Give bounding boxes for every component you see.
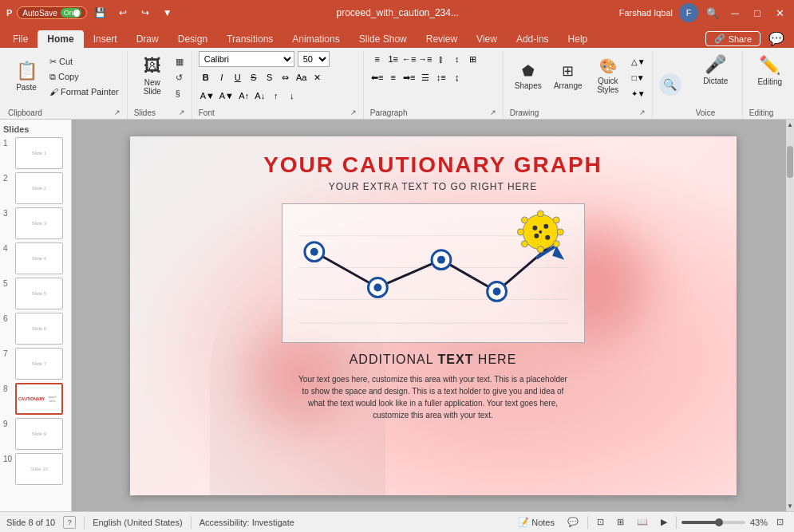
layout-button[interactable]: ▦: [172, 54, 187, 69]
font-size-dn2-button[interactable]: ↓: [285, 89, 299, 103]
normal-view-button[interactable]: ⊡: [593, 516, 608, 528]
font-expand[interactable]: ↗: [349, 108, 358, 117]
user-avatar[interactable]: F: [679, 3, 698, 22]
scroll-thumb[interactable]: [787, 146, 793, 178]
quick-styles-button[interactable]: 🎨 Quick Styles: [590, 51, 626, 100]
copy-button[interactable]: ⧉ Copy: [46, 69, 122, 84]
slide-thumb-4[interactable]: 4 Slide 4: [3, 242, 68, 274]
slide-thumb-5[interactable]: 5 Slide 5: [3, 278, 68, 309]
font-size-increase-button[interactable]: A↑: [237, 89, 251, 103]
slide-thumb-8[interactable]: 8 CAUTIONARY graph slide: [3, 383, 68, 415]
tab-addins[interactable]: Add-ins: [507, 30, 559, 48]
slide-sorter-button[interactable]: ⊞: [613, 516, 628, 528]
editing-button[interactable]: ✏️ Editing: [749, 51, 791, 100]
font-size-up2-button[interactable]: ↑: [269, 89, 283, 103]
undo-button[interactable]: ↩: [114, 4, 132, 22]
redo-button[interactable]: ↪: [136, 4, 154, 22]
vertical-scrollbar[interactable]: ▲ ▼: [786, 120, 794, 511]
highlight-button[interactable]: A▼: [218, 89, 235, 103]
shapes-button[interactable]: ⬟ Shapes: [510, 51, 547, 100]
shape-outline-button[interactable]: □▼: [630, 70, 647, 85]
italic-button[interactable]: I: [215, 70, 229, 85]
slideshow-view-button[interactable]: ▶: [657, 516, 671, 528]
tab-transitions[interactable]: Transitions: [217, 30, 282, 48]
slide-thumb-9[interactable]: 9 Slide 9: [3, 418, 68, 450]
slides-expand[interactable]: ↗: [177, 108, 187, 117]
align-left-button[interactable]: ⬅≡: [370, 70, 385, 85]
slide-info-icon[interactable]: ?: [63, 516, 76, 529]
minimize-button[interactable]: ─: [727, 5, 743, 21]
zoom-slider[interactable]: [681, 521, 745, 524]
autosave-toggle[interactable]: On: [61, 8, 81, 18]
convert-to-smart-button[interactable]: ⊞: [466, 52, 480, 66]
autosave-badge[interactable]: AutoSave On: [17, 6, 86, 19]
tab-slideshow[interactable]: Slide Show: [350, 30, 417, 48]
tab-file[interactable]: File: [3, 30, 38, 48]
font-color-button[interactable]: A▼: [199, 89, 216, 103]
numbering-button[interactable]: 1≡: [386, 52, 401, 66]
tab-insert[interactable]: Insert: [84, 30, 127, 48]
tab-home[interactable]: Home: [38, 30, 83, 48]
shape-fill-button[interactable]: △▼: [630, 54, 647, 69]
bold-button[interactable]: B: [199, 70, 213, 85]
line-spacing-button[interactable]: ↕≡: [434, 70, 448, 85]
save-button[interactable]: 💾: [92, 4, 109, 22]
section-button[interactable]: §: [172, 86, 187, 100]
reset-button[interactable]: ↺: [172, 70, 187, 85]
char-spacing-button[interactable]: ⇔: [278, 70, 293, 85]
maximize-button[interactable]: □: [749, 5, 765, 21]
para-spacing-button[interactable]: ↨: [450, 70, 464, 85]
comments-button[interactable]: 💬: [765, 30, 788, 48]
cut-button[interactable]: ✂ Cut: [46, 54, 122, 69]
tab-review[interactable]: Review: [417, 30, 467, 48]
drawing-expand[interactable]: ↗: [638, 108, 647, 117]
justify-button[interactable]: ☰: [418, 70, 433, 85]
bullets-button[interactable]: ≡: [370, 52, 385, 66]
scroll-down-button[interactable]: ▼: [787, 501, 793, 511]
slide-thumb-10[interactable]: 10 Slide 10: [3, 453, 68, 485]
search-button[interactable]: 🔍: [705, 5, 721, 21]
tab-view[interactable]: View: [467, 30, 507, 48]
indent-decrease-button[interactable]: ←≡: [402, 52, 417, 66]
slide-thumb-7[interactable]: 7 Slide 7: [3, 348, 68, 380]
slide-thumb-2[interactable]: 2 Slide 2: [3, 172, 68, 204]
arrange-button[interactable]: ⊞ Arrange: [550, 51, 587, 100]
font-selector[interactable]: Calibri: [199, 51, 294, 67]
paste-button[interactable]: 📋 Paste: [8, 51, 45, 100]
dictate-button[interactable]: 🎤 Dictate: [696, 51, 736, 100]
more-tools-button[interactable]: ▼: [159, 4, 176, 22]
clear-format-button[interactable]: ✕: [310, 70, 325, 85]
clipboard-expand[interactable]: ↗: [113, 108, 122, 117]
shadow-button[interactable]: S: [263, 70, 277, 85]
shape-effect-button[interactable]: ✦▼: [630, 86, 647, 100]
slide-thumb-1[interactable]: 1 Slide 1: [3, 137, 68, 169]
underline-button[interactable]: U: [231, 70, 245, 85]
format-painter-button[interactable]: 🖌 Format Painter: [46, 85, 122, 99]
scroll-up-button[interactable]: ▲: [787, 120, 793, 130]
comments-status-button[interactable]: 💬: [563, 516, 583, 528]
new-slide-button[interactable]: 🖼 New Slide: [134, 51, 171, 100]
align-right-button[interactable]: ➡≡: [402, 70, 417, 85]
close-button[interactable]: ✕: [772, 5, 788, 21]
columns-button[interactable]: ⫿: [434, 52, 448, 66]
tab-help[interactable]: Help: [559, 30, 598, 48]
fit-slide-button[interactable]: ⊡: [772, 516, 788, 528]
zoom-thumb[interactable]: [715, 518, 723, 526]
slide-canvas[interactable]: YOUR CAUTIONARY GRAPH YOUR EXTRA TEXT TO…: [130, 136, 737, 495]
ribbon-search-button[interactable]: 🔍: [659, 73, 681, 96]
tab-design[interactable]: Design: [168, 30, 217, 48]
indent-increase-button[interactable]: →≡: [418, 52, 433, 66]
strikethrough-button[interactable]: S: [247, 70, 261, 85]
font-size-decrease-button[interactable]: A↓: [253, 89, 267, 103]
slide-thumb-6[interactable]: 6 Slide 6: [3, 313, 68, 345]
share-button[interactable]: 🔗Share: [705, 31, 760, 46]
tab-draw[interactable]: Draw: [127, 30, 168, 48]
reading-view-button[interactable]: 📖: [633, 516, 652, 528]
font-size-selector[interactable]: 50: [298, 51, 330, 67]
direction-button[interactable]: ↕: [450, 52, 464, 66]
slide-thumb-3[interactable]: 3 Slide 3: [3, 207, 68, 239]
tab-animations[interactable]: Animations: [282, 30, 349, 48]
align-center-button[interactable]: ≡: [386, 70, 401, 85]
paragraph-expand[interactable]: ↗: [488, 108, 498, 117]
notes-button[interactable]: 📝 Notes: [514, 516, 559, 528]
